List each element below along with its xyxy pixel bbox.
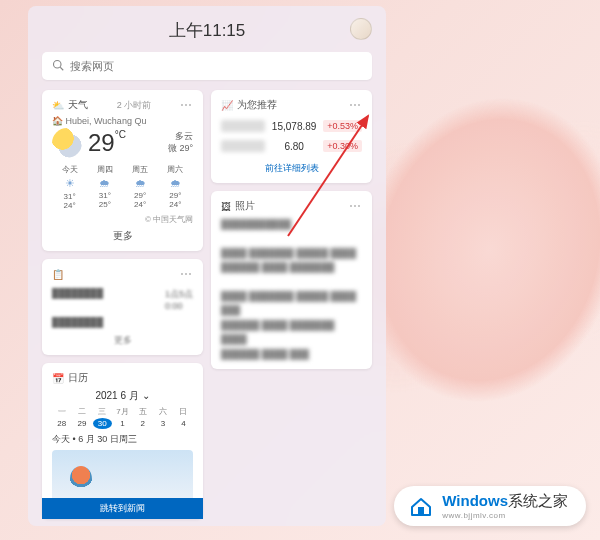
search-icon	[52, 59, 64, 74]
todo-icon: 📋	[52, 269, 64, 280]
weather-card[interactable]: ⛅ 天气 2 小时前 ⋯ 🏠 Hubei, Wuchang Qu 29°C 多云…	[42, 90, 203, 251]
todo-footer[interactable]: 更多	[52, 334, 193, 347]
weather-location: Hubei, Wuchang Qu	[66, 116, 147, 126]
weather-condition-icon	[52, 128, 82, 158]
calendar-icon: 📅	[52, 373, 64, 384]
weather-card-title: 天气	[68, 98, 88, 112]
calendar-month: 2021 6 月	[95, 390, 138, 401]
time-title: 上午11:15	[169, 19, 246, 42]
calendar-card[interactable]: 📅日历 2021 6 月 ⌄ 一 二 三 7月 五 六 日 28 29 30 1…	[42, 363, 203, 519]
weather-icon-small: ⛅	[52, 100, 64, 111]
watermark-text: Windows系统之家	[442, 492, 568, 511]
todo-item: ████████1点5点0:00	[52, 285, 193, 314]
panel-header: 上午11:15	[42, 16, 372, 44]
photos-more-icon[interactable]: ⋯	[349, 199, 362, 213]
watermark-logo-icon	[408, 493, 434, 519]
user-avatar[interactable]	[350, 18, 372, 40]
svg-rect-3	[418, 507, 424, 515]
stock-row[interactable]: 6.80 +0.30%	[221, 136, 362, 156]
chevron-down-icon[interactable]: ⌄	[142, 390, 150, 401]
photos-icon: 🖼	[221, 201, 231, 212]
watermark-url: www.bjjmlv.com	[442, 511, 568, 520]
todo-more-icon[interactable]: ⋯	[180, 267, 193, 281]
weather-feels: 微 29°	[168, 143, 193, 155]
photos-card[interactable]: 🖼照片 ⋯ ███████████ ████ ███████ █████ ███…	[211, 191, 372, 369]
search-bar[interactable]	[42, 52, 372, 80]
calendar-today: 今天 • 6 月 30 日周三	[52, 433, 193, 446]
widgets-panel: 上午11:15 ⛅ 天气 2 小时前 ⋯ 🏠 Hubei, Wuchang Qu	[28, 6, 386, 526]
todo-card[interactable]: 📋 ⋯ ████████1点5点0:00 ████████ 更多	[42, 259, 203, 355]
weather-updated: 2 小时前	[117, 99, 152, 112]
weather-condition: 多云	[168, 131, 193, 143]
svg-line-1	[60, 67, 63, 70]
stocks-details-link[interactable]: 前往详细列表	[221, 162, 362, 175]
stocks-card[interactable]: 📈为您推荐 ⋯ 15,078.89 +0.53% 6.80 +0.30% 前往详…	[211, 90, 372, 183]
stock-row[interactable]: 15,078.89 +0.53%	[221, 116, 362, 136]
search-input[interactable]	[70, 60, 362, 72]
weather-source: © 中国天气网	[52, 214, 193, 225]
todo-item: ████████	[52, 314, 193, 330]
weather-more-icon[interactable]: ⋯	[180, 98, 193, 112]
weather-temp: 29	[88, 129, 115, 156]
calendar-illustration	[52, 450, 193, 498]
photos-title: 照片	[235, 199, 255, 213]
calendar-title: 日历	[68, 371, 88, 385]
stocks-title: 为您推荐	[237, 98, 277, 112]
site-watermark: Windows系统之家 www.bjjmlv.com	[394, 486, 586, 526]
weather-forecast: 今天☀31°24° 周四🌧31°25° 周五🌧29°24° 周六🌧29°24°	[52, 164, 193, 210]
jump-to-news-button[interactable]: 跳转到新闻	[42, 498, 203, 519]
svg-point-0	[54, 60, 62, 68]
calendar-grid: 一 二 三 7月 五 六 日 28 29 30 1 2 3 4	[52, 406, 193, 429]
photos-content: ███████████ ████ ███████ █████ ████ ████…	[221, 217, 362, 361]
weather-more-link[interactable]: 更多	[52, 229, 193, 243]
stocks-more-icon[interactable]: ⋯	[349, 98, 362, 112]
stocks-icon: 📈	[221, 100, 233, 111]
balloon-icon	[70, 466, 92, 492]
